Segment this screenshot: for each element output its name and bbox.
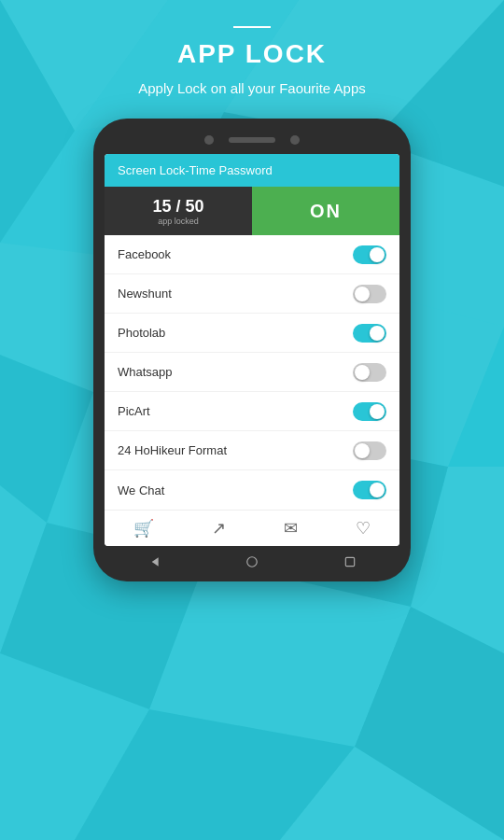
screen-lock-header: Screen Lock-Time Password [105,154,399,187]
app-toggle[interactable] [353,363,386,382]
phone-top-bar [105,135,399,145]
app-list-item: PicArt [105,392,399,431]
phone-sensor [290,135,300,145]
home-button[interactable] [245,555,259,568]
phone-speaker [229,137,275,143]
phone-frame: Screen Lock-Time Password 15 / 50 app lo… [93,119,411,581]
cart-icon[interactable]: 🛒 [133,518,154,539]
app-toggle[interactable] [353,441,386,460]
stats-locked: 15 / 50 app locked [105,187,252,235]
app-toggle[interactable] [353,481,386,499]
app-toggle[interactable] [353,245,386,264]
svg-rect-25 [346,557,355,566]
back-button[interactable] [147,555,161,568]
heart-icon[interactable]: ♡ [356,518,371,539]
header-divider [233,26,271,28]
app-list-item: 24 HoHikeur Format [105,431,399,470]
android-nav-bar [105,546,399,572]
svg-marker-23 [151,557,158,566]
app-name-label: Whatsapp [118,365,173,379]
toggle-knob [355,365,370,380]
toggle-knob [355,287,370,301]
app-name-label: PicArt [118,404,150,418]
app-list-item: Photolab [105,314,399,353]
app-list-item: We Chat [105,470,399,510]
app-name-label: We Chat [118,483,164,497]
toggle-knob [355,443,370,458]
app-list-item: Facebook [105,235,399,274]
app-list: FacebookNewshuntPhotolabWhatsappPicArt24… [105,235,399,510]
app-list-item: Whatsapp [105,353,399,392]
toggle-knob [370,326,385,341]
app-list-item: Newshunt [105,274,399,314]
toggle-knob [370,404,385,419]
app-subtitle: Apply Lock on all your Faourite Apps [0,80,504,96]
screen-lock-title: Screen Lock-Time Password [118,163,386,177]
toggle-knob [370,247,385,262]
app-title: APP LOCK [0,39,504,69]
toggle-knob [370,483,385,497]
recents-button[interactable] [343,555,357,568]
stats-label: app locked [158,217,199,226]
app-name-label: Photolab [118,326,165,340]
phone-mockup: Screen Lock-Time Password 15 / 50 app lo… [93,119,411,581]
app-toggle[interactable] [353,285,386,303]
stats-status[interactable]: ON [252,187,399,235]
header-section: APP LOCK Apply Lock on all your Faourite… [0,0,504,105]
phone-camera [204,135,214,145]
stats-number: 15 / 50 [152,197,203,217]
status-on-label: ON [310,201,342,222]
phone-screen: Screen Lock-Time Password 15 / 50 app lo… [105,154,399,546]
stats-row: 15 / 50 app locked ON [105,187,399,235]
share-icon[interactable]: ↗ [212,518,226,539]
app-toggle[interactable] [353,324,386,343]
app-name-label: 24 HoHikeur Format [118,443,227,457]
app-toggle[interactable] [353,402,386,421]
bottom-nav: 🛒 ↗ ✉ ♡ [105,510,399,546]
app-name-label: Facebook [118,247,171,261]
app-name-label: Newshunt [118,287,172,301]
mail-icon[interactable]: ✉ [284,518,298,539]
svg-point-24 [247,557,258,567]
